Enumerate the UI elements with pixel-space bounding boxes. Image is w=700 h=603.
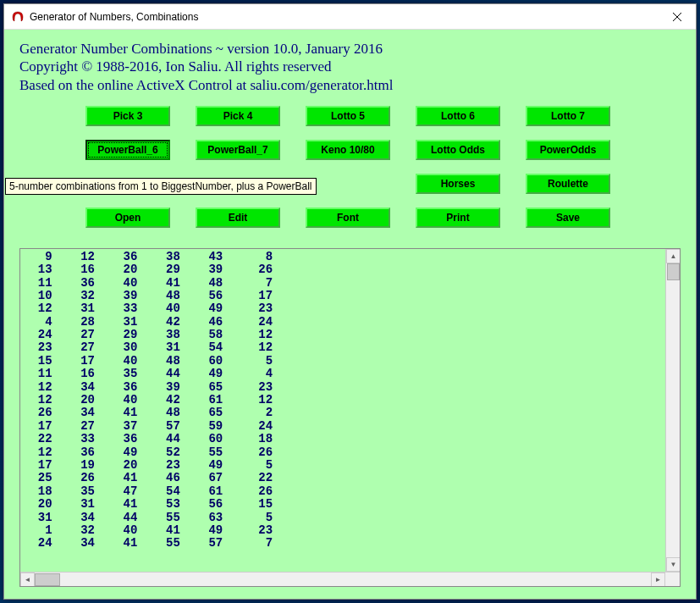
- powerodds-button[interactable]: PowerOdds: [526, 140, 610, 160]
- horses-button[interactable]: Horses: [416, 174, 500, 194]
- horizontal-scrollbar[interactable]: ◄ ►: [20, 572, 680, 586]
- button-row-2: PowerBall_6 PowerBall_7 Keno 10/80 Lotto…: [85, 140, 681, 160]
- vertical-scroll-thumb[interactable]: [667, 263, 680, 280]
- scroll-up-arrow[interactable]: ▲: [666, 249, 680, 263]
- button-row-4: Open Edit Font Print Save: [85, 207, 681, 228]
- open-button[interactable]: Open: [85, 207, 170, 228]
- scroll-right-arrow[interactable]: ►: [651, 573, 665, 587]
- save-button[interactable]: Save: [526, 207, 610, 228]
- header-line-2: Copyright © 1988-2016, Ion Saliu. All ri…: [19, 58, 681, 75]
- lotto-5-button[interactable]: Lotto 5: [306, 106, 390, 126]
- close-button[interactable]: [658, 4, 696, 30]
- font-button[interactable]: Font: [306, 207, 390, 228]
- powerball-6-button[interactable]: PowerBall_6: [85, 140, 170, 160]
- pick-3-button[interactable]: Pick 3: [85, 106, 170, 126]
- keno-10-80-button[interactable]: Keno 10/80: [306, 140, 390, 160]
- scrollbar-corner: [665, 573, 680, 587]
- horseshoe-icon: [11, 10, 25, 24]
- output-text[interactable]: 9 12 36 38 43 8 13 16 20 29 39 26 11 36 …: [20, 249, 665, 572]
- roulette-button[interactable]: Roulette: [526, 174, 610, 194]
- vertical-scrollbar[interactable]: ▲ ▼: [665, 249, 680, 572]
- output-panel: 9 12 36 38 43 8 13 16 20 29 39 26 11 36 …: [19, 248, 681, 587]
- header-text: Generator Number Combinations ~ version …: [19, 40, 681, 94]
- horizontal-scroll-thumb[interactable]: [35, 573, 60, 586]
- print-button[interactable]: Print: [416, 207, 500, 228]
- button-row-1: Pick 3 Pick 4 Lotto 5 Lotto 6 Lotto 7: [85, 106, 681, 126]
- lotto-7-button[interactable]: Lotto 7: [526, 106, 610, 126]
- spacer: [306, 174, 390, 194]
- button-panel: Pick 3 Pick 4 Lotto 5 Lotto 6 Lotto 7 Po…: [85, 106, 681, 241]
- titlebar: Generator of Numbers, Combinations: [4, 4, 696, 30]
- powerball-7-button[interactable]: PowerBall_7: [196, 140, 280, 160]
- pick-4-button[interactable]: Pick 4: [196, 106, 280, 126]
- app-window: Generator of Numbers, Combinations Gener…: [3, 3, 697, 600]
- header-line-3: Based on the online ActiveX Control at s…: [19, 76, 681, 94]
- scroll-down-arrow[interactable]: ▼: [666, 557, 680, 572]
- edit-button[interactable]: Edit: [196, 207, 280, 228]
- output-inner: 9 12 36 38 43 8 13 16 20 29 39 26 11 36 …: [20, 249, 680, 572]
- content-area: Generator Number Combinations ~ version …: [4, 30, 696, 599]
- lotto-6-button[interactable]: Lotto 6: [416, 106, 500, 126]
- header-line-1: Generator Number Combinations ~ version …: [19, 40, 681, 58]
- lotto-odds-button[interactable]: Lotto Odds: [416, 140, 500, 160]
- scroll-left-arrow[interactable]: ◄: [20, 573, 35, 587]
- window-title: Generator of Numbers, Combinations: [30, 11, 658, 23]
- tooltip: 5-number combinations from 1 to BiggestN…: [5, 178, 317, 195]
